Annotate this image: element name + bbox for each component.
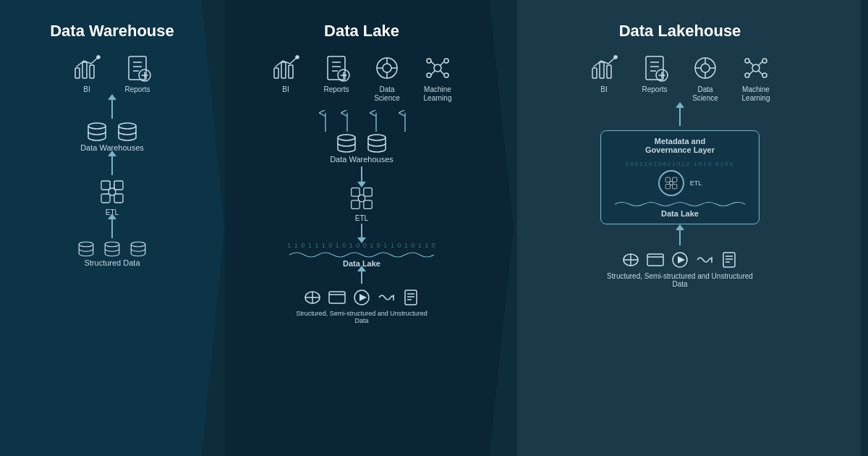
svg-rect-51: [329, 292, 345, 303]
svg-rect-60: [600, 62, 604, 78]
svg-rect-19: [281, 62, 286, 78]
lakehouse-up-arrow2: [679, 229, 681, 245]
svg-point-31: [427, 59, 431, 63]
svg-rect-86: [647, 254, 663, 266]
lake-db-label: Data Warehouses: [330, 155, 393, 164]
lakehouse-bottom-label: Structured, Semi-structured and Unstruct…: [600, 272, 760, 288]
warehouse-etl: ETL: [97, 177, 127, 216]
warehouse-db-icons: [85, 120, 139, 143]
lake-bottom-label: Structured, Semi-structured and Unstruct…: [289, 310, 434, 324]
svg-point-84: [669, 181, 673, 185]
svg-rect-20: [289, 65, 293, 78]
lakehouse-meta-box: Metadata andGovernance Layer 10011010611…: [600, 130, 760, 224]
svg-point-49: [358, 195, 365, 202]
lakehouse-bottom-icons: [621, 250, 739, 270]
svg-point-17: [131, 242, 145, 247]
warehouse-bi-icon: BI: [68, 54, 106, 94]
lakehouse-etl-circle: [658, 170, 684, 196]
lake-ml-icon: MachineLearning: [419, 54, 456, 103]
warehouse-structured-label: Structured Data: [84, 258, 140, 267]
svg-rect-4: [129, 56, 146, 80]
lakehouse-meta-etl-row: ETL: [613, 170, 747, 196]
svg-rect-18: [274, 68, 278, 78]
lake-down-arrow1: [361, 166, 362, 182]
warehouse-structured-icons: [77, 240, 148, 258]
lakehouse-bi-icon: BI: [585, 54, 623, 103]
lakehouse-up-arrow: [679, 107, 681, 126]
svg-line-35: [431, 62, 435, 66]
svg-rect-11: [114, 194, 123, 203]
warehouse-arrow2: [111, 155, 113, 175]
warehouse-arrow1: [111, 98, 113, 119]
svg-point-62: [614, 56, 617, 59]
lakehouse-binary-bg: 10011010611012 1010 0101: [613, 160, 747, 169]
lakehouse-top-icons: BI Reports DataScience MachineLearning: [585, 54, 775, 103]
svg-point-72: [745, 59, 749, 63]
svg-rect-83: [672, 185, 676, 189]
svg-point-33: [427, 73, 431, 77]
svg-point-6: [88, 123, 106, 129]
svg-marker-88: [678, 256, 685, 263]
svg-point-32: [444, 59, 448, 63]
warehouse-arrow3: [111, 218, 113, 238]
lake-reports-icon: Reports: [318, 54, 355, 103]
svg-rect-46: [364, 188, 372, 196]
svg-marker-53: [359, 294, 367, 301]
svg-point-44: [368, 135, 386, 140]
svg-rect-48: [364, 200, 372, 208]
svg-point-66: [701, 64, 710, 72]
svg-rect-10: [101, 194, 110, 203]
svg-rect-45: [352, 188, 359, 196]
svg-point-21: [296, 56, 299, 59]
lake-top-icons: BI Reports DataScience MachineLearning: [267, 54, 456, 103]
lake-etl: ETL: [347, 184, 376, 222]
svg-rect-1: [82, 62, 87, 78]
lakehouse-ml-icon: MachineLearning: [737, 54, 775, 103]
lake-up-arrow: [361, 271, 362, 284]
lakehouse-title: Data Lakehouse: [619, 22, 741, 41]
lakehouse-panel: Data Lakehouse BI Reports DataScience Ma…: [499, 0, 861, 456]
svg-rect-0: [75, 68, 80, 78]
svg-point-7: [119, 123, 136, 129]
svg-point-12: [109, 188, 116, 195]
svg-line-37: [431, 70, 435, 75]
svg-rect-82: [665, 185, 670, 189]
lake-bottom-icons: [302, 287, 421, 308]
svg-rect-90: [723, 253, 735, 267]
svg-rect-61: [607, 65, 611, 78]
lake-bi-icon: BI: [267, 54, 305, 103]
lake-db-icons: [335, 132, 388, 155]
svg-rect-2: [90, 65, 94, 78]
svg-rect-9: [114, 181, 123, 190]
warehouse-top-icons: BI Reports: [68, 54, 156, 94]
lake-title: Data Lake: [324, 22, 399, 41]
svg-rect-8: [101, 181, 110, 190]
warehouse-title: Data Warehouse: [50, 22, 174, 41]
svg-rect-55: [405, 290, 417, 305]
svg-point-43: [338, 135, 355, 140]
lakehouse-datascience-icon: DataScience: [686, 54, 724, 103]
lake-etl-label: ETL: [355, 214, 368, 222]
lakehouse-meta-label: Metadata andGovernance Layer: [610, 137, 750, 154]
svg-rect-59: [592, 68, 597, 78]
lakehouse-reports-icon: Reports: [636, 54, 673, 103]
svg-point-3: [97, 56, 100, 59]
lake-datalake-label: Data Lake: [224, 259, 499, 268]
lake-datalake-box: 1 1 0 1 1 1 0 1 0 1 0 0 1 0 1 1 0 1 0 1 …: [224, 241, 499, 268]
svg-rect-63: [646, 56, 663, 80]
lake-binary-text: 1 1 0 1 1 1 0 1 0 1 0 0 1 0 1 1 0 1 0 1 …: [224, 241, 499, 250]
svg-rect-22: [328, 56, 345, 80]
lakehouse-datalake-label: Data Lake: [610, 209, 750, 218]
svg-point-75: [762, 73, 767, 77]
svg-rect-47: [352, 200, 359, 208]
warehouse-reports-icon: Reports: [119, 54, 156, 94]
svg-rect-80: [665, 177, 670, 182]
svg-line-79: [758, 70, 762, 75]
svg-point-34: [444, 73, 448, 77]
svg-line-36: [440, 62, 444, 66]
lake-panel: Data Lake BI Reports DataScience Machine…: [210, 0, 514, 456]
lakehouse-etl-label: ETL: [690, 180, 702, 187]
svg-line-76: [749, 62, 754, 66]
svg-line-77: [758, 62, 762, 66]
svg-point-25: [383, 64, 391, 72]
